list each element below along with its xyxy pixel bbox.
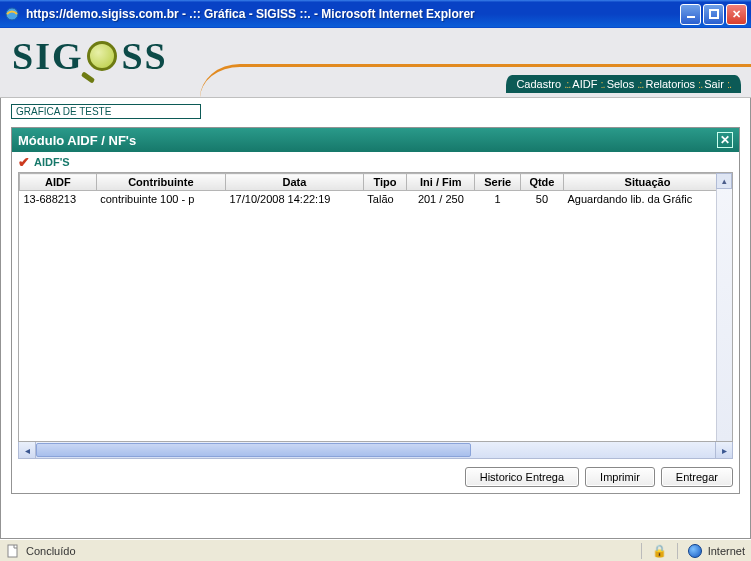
scrollbar-thumb[interactable]	[36, 443, 471, 457]
status-separator	[677, 543, 678, 559]
logo-text-1: SIG	[12, 35, 83, 77]
window-title: https://demo.sigiss.com.br - .:: Gráfica…	[26, 7, 678, 21]
app-header: SIGSS Cadastro .:. AIDF :. Selos .:. Rel…	[0, 28, 751, 98]
status-bar: Concluído 🔒 Internet	[0, 539, 751, 561]
svg-rect-3	[8, 545, 17, 557]
ie-icon	[4, 6, 20, 22]
status-right: 🔒 Internet	[637, 543, 745, 559]
action-button-row: Historico Entrega Imprimir Entregar	[12, 463, 739, 493]
scroll-left-button[interactable]: ◂	[19, 442, 36, 458]
col-tipo[interactable]: Tipo	[363, 174, 406, 191]
internet-zone-icon	[688, 544, 702, 558]
data-grid: AIDF Contribuinte Data Tipo Ini / Fim Se…	[18, 172, 733, 442]
table-row[interactable]: 13-688213 contribuinte 100 - p 17/10/200…	[20, 191, 732, 208]
col-serie[interactable]: Serie	[475, 174, 520, 191]
entregar-button[interactable]: Entregar	[661, 467, 733, 487]
check-icon: ✔	[18, 154, 30, 170]
cell-aidf: 13-688213	[20, 191, 97, 208]
menu-relatorios[interactable]: Relatorios	[645, 78, 695, 90]
horizontal-scrollbar[interactable]: ◂ ▸	[18, 442, 733, 459]
lock-icon: 🔒	[652, 544, 667, 558]
module-subheader: ✔ AIDF'S	[12, 152, 739, 172]
vertical-scrollbar[interactable]: ▴	[716, 173, 732, 441]
content-area: GRAFICA DE TESTE Módulo AIDF / NF's ✕ ✔ …	[0, 98, 751, 539]
cell-qtde: 50	[520, 191, 563, 208]
module-title-text: Módulo AIDF / NF's	[18, 133, 136, 148]
separator-icon: :.	[727, 78, 731, 90]
cell-contribuinte: contribuinte 100 - p	[96, 191, 225, 208]
module-titlebar: Módulo AIDF / NF's ✕	[12, 128, 739, 152]
magnifier-icon	[83, 41, 121, 79]
grafica-label: GRAFICA DE TESTE	[11, 104, 201, 119]
menu-selos[interactable]: Selos	[607, 78, 635, 90]
menu-aidf[interactable]: AIDF	[572, 78, 597, 90]
col-contribuinte[interactable]: Contribuinte	[96, 174, 225, 191]
col-situacao[interactable]: Situação	[563, 174, 731, 191]
cell-serie: 1	[475, 191, 520, 208]
main-menu: Cadastro .:. AIDF :. Selos .:. Relatorio…	[506, 75, 741, 93]
cell-situacao: Aguardando lib. da Gráfic	[563, 191, 731, 208]
historico-entrega-button[interactable]: Historico Entrega	[465, 467, 579, 487]
imprimir-button[interactable]: Imprimir	[585, 467, 655, 487]
col-aidf[interactable]: AIDF	[20, 174, 97, 191]
scroll-right-button[interactable]: ▸	[715, 442, 732, 458]
section-title: AIDF'S	[34, 156, 70, 168]
document-icon	[6, 544, 20, 558]
module-panel: Módulo AIDF / NF's ✕ ✔ AIDF'S AIDF Contr…	[11, 127, 740, 494]
module-close-button[interactable]: ✕	[717, 132, 733, 148]
scrollbar-track[interactable]	[36, 442, 715, 458]
status-left: Concluído	[6, 544, 637, 558]
aidf-table: AIDF Contribuinte Data Tipo Ini / Fim Se…	[19, 173, 732, 207]
scroll-up-button[interactable]: ▴	[716, 173, 732, 189]
status-text: Concluído	[26, 545, 76, 557]
minimize-button[interactable]	[680, 4, 701, 25]
col-data[interactable]: Data	[225, 174, 363, 191]
window-titlebar: https://demo.sigiss.com.br - .:: Gráfica…	[0, 0, 751, 28]
close-button[interactable]: ✕	[726, 4, 747, 25]
cell-ini-fim: 201 / 250	[407, 191, 475, 208]
cell-tipo: Talão	[363, 191, 406, 208]
sigiss-logo: SIGSS	[12, 34, 168, 79]
cell-data: 17/10/2008 14:22:19	[225, 191, 363, 208]
menu-cadastro[interactable]: Cadastro	[516, 78, 561, 90]
col-ini-fim[interactable]: Ini / Fim	[407, 174, 475, 191]
zone-text: Internet	[708, 545, 745, 557]
svg-rect-2	[710, 10, 718, 18]
col-qtde[interactable]: Qtde	[520, 174, 563, 191]
logo-text-2: SS	[121, 35, 167, 77]
svg-rect-1	[687, 16, 695, 18]
menu-sair[interactable]: Sair	[704, 78, 724, 90]
status-separator	[641, 543, 642, 559]
maximize-button[interactable]	[703, 4, 724, 25]
table-header-row: AIDF Contribuinte Data Tipo Ini / Fim Se…	[20, 174, 732, 191]
